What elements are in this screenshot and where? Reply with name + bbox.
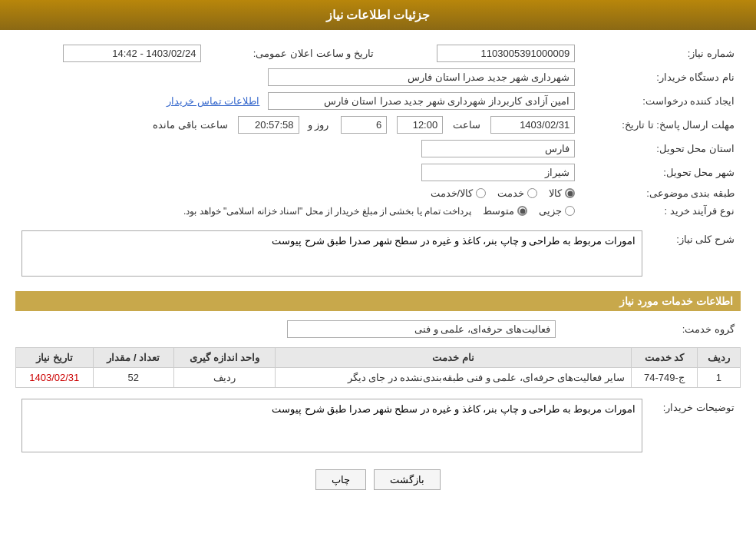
category-kala-radio[interactable] [565, 188, 575, 198]
purchase-type-radio-group: جزیی متوسط [483, 205, 575, 217]
purchase-type-label: نوع فرآیند خرید : [581, 202, 741, 220]
col-header-qty: تعداد / مقدار [93, 348, 173, 368]
remaining-days-label: روز و [308, 119, 329, 131]
buyer-description-textarea[interactable] [21, 399, 642, 452]
cell-unit: ردیف [173, 368, 276, 388]
print-button[interactable]: چاپ [315, 469, 366, 490]
category-option-kala-khedmat: کالا/خدمت [431, 187, 487, 199]
province-value: فارس [421, 140, 575, 157]
purchase-type-motavasset: متوسط [483, 205, 527, 217]
col-header-date: تاریخ نیاز [16, 348, 94, 368]
category-radio-group: کالا خدمت کالا/خدمت [21, 187, 575, 199]
category-kala-khedmat-label: کالا/خدمت [431, 187, 474, 199]
deadline-time-label: ساعت [453, 119, 480, 131]
purchase-jozii-label: جزیی [539, 205, 562, 217]
purchase-type-jozii: جزیی [539, 205, 575, 217]
description-textarea[interactable] [21, 230, 642, 277]
category-kala-khedmat-radio[interactable] [476, 188, 486, 198]
services-section-title: اطلاعات خدمات مورد نیاز [15, 291, 741, 311]
service-group-value: فعالیت‌های حرفه‌ای، علمی و فنی [287, 320, 556, 338]
category-option-kala: کالا [549, 187, 575, 199]
cell-code: ج-749-74 [632, 368, 698, 388]
creator-value: امین آزادی کاربرداز شهرداری شهر جدید صدر… [268, 92, 575, 110]
col-header-row: ردیف [697, 348, 740, 368]
announce-datetime-label: تاریخ و ساعت اعلان عمومی: [207, 41, 388, 65]
col-header-unit: واحد اندازه گیری [173, 348, 276, 368]
remaining-time: 20:57:58 [238, 116, 299, 134]
page-title: جزئیات اطلاعات نیاز [326, 8, 431, 22]
deadline-label: مهلت ارسال پاسخ: تا تاریخ: [581, 113, 741, 137]
table-row: 1 ج-749-74 سایر فعالیت‌های حرفه‌ای، علمی… [16, 368, 741, 388]
creator-label: ایجاد کننده درخواست: [581, 89, 741, 113]
service-group-label: گروه خدمت: [562, 317, 741, 341]
requester-org-label: نام دستگاه خریدار: [581, 65, 741, 89]
category-label: طبقه بندی موضوعی: [581, 184, 741, 202]
purchase-motavasset-label: متوسط [483, 205, 514, 217]
category-khedmat-radio[interactable] [527, 188, 537, 198]
col-header-name: نام خدمت [276, 348, 632, 368]
city-label: شهر محل تحویل: [581, 161, 741, 184]
category-option-khedmat: خدمت [497, 187, 537, 199]
need-number-value: 1103005391000009 [437, 45, 575, 62]
cell-qty: 52 [93, 368, 173, 388]
action-buttons: بازگشت چاپ [15, 469, 741, 505]
requester-org-value: شهرداری شهر جدید صدرا استان فارس [268, 68, 575, 86]
province-label: استان محل تحویل: [581, 137, 741, 161]
remaining-suffix: ساعت باقی مانده [153, 119, 227, 131]
purchase-note: پرداخت تمام یا بخشی از مبلغ خریدار از مح… [183, 206, 471, 217]
description-label: شرح کلی نیاز: [649, 227, 741, 282]
purchase-jozii-radio[interactable] [565, 206, 575, 216]
back-button[interactable]: بازگشت [374, 469, 441, 490]
cell-name: سایر فعالیت‌های حرفه‌ای، علمی و فنی طبقه… [276, 368, 632, 388]
cell-date: 1403/02/31 [16, 368, 94, 388]
remaining-days: 6 [341, 116, 387, 134]
page-header: جزئیات اطلاعات نیاز [0, 0, 756, 30]
deadline-time: 12:00 [397, 116, 443, 134]
contact-info-link[interactable]: اطلاعات تماس خریدار [167, 95, 259, 107]
buyer-description-label: توضیحات خریدار: [649, 396, 741, 458]
category-khedmat-label: خدمت [497, 187, 524, 199]
category-kala-label: کالا [549, 187, 562, 199]
cell-row: 1 [697, 368, 740, 388]
col-header-code: کد خدمت [632, 348, 698, 368]
announce-datetime-value: 1403/02/24 - 14:42 [63, 45, 201, 62]
services-table: ردیف کد خدمت نام خدمت واحد اندازه گیری ت… [15, 347, 741, 388]
city-value: شیراز [421, 164, 575, 181]
deadline-date: 1403/02/31 [490, 116, 575, 134]
purchase-motavasset-radio[interactable] [517, 206, 527, 216]
need-number-label: شماره نیاز: [581, 41, 741, 65]
